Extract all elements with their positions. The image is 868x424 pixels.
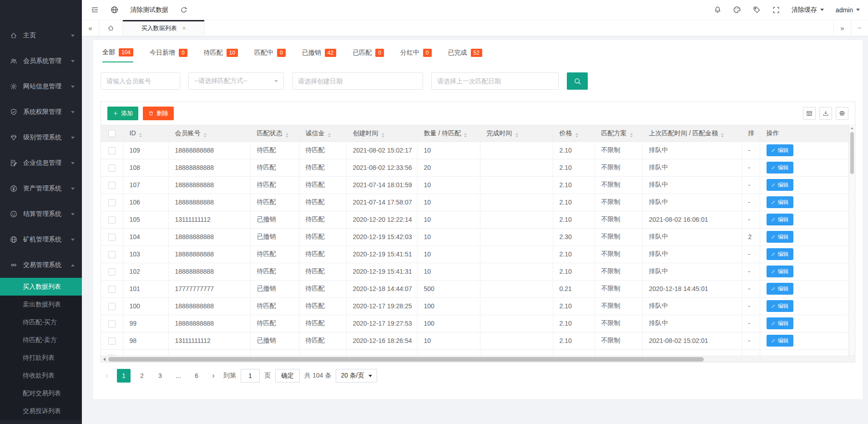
page-size-select[interactable]: 20 条/页: [336, 369, 377, 383]
edit-button[interactable]: 编辑: [767, 144, 793, 156]
add-button[interactable]: 添加: [107, 107, 138, 120]
column-header[interactable]: 匹配状态: [250, 125, 299, 142]
sidebar-item[interactable]: 主页: [0, 23, 82, 48]
previous-page-button[interactable]: ‹: [101, 372, 112, 380]
vertical-scrollbar[interactable]: [849, 125, 855, 356]
sidebar-subitem[interactable]: 待打款列表: [0, 349, 82, 367]
tabs-scroll-left-button[interactable]: «: [82, 20, 99, 36]
user-dropdown[interactable]: admin: [836, 6, 860, 14]
edit-button[interactable]: 编辑: [767, 214, 793, 225]
edit-button[interactable]: 编辑: [767, 162, 793, 174]
sort-carets-icon[interactable]: [515, 133, 518, 138]
filter-tab[interactable]: 已完成52: [448, 48, 482, 62]
sort-carets-icon[interactable]: [382, 133, 384, 138]
column-header[interactable]: 会员账号: [168, 125, 250, 142]
row-checkbox[interactable]: [108, 147, 116, 154]
column-header[interactable]: 上次匹配时间 / 匹配金额: [642, 125, 742, 142]
row-checkbox[interactable]: [108, 337, 116, 345]
edit-button[interactable]: 编辑: [767, 266, 793, 277]
edit-button[interactable]: 编辑: [767, 317, 793, 329]
refresh-icon[interactable]: [180, 6, 187, 14]
sidebar-item[interactable]: 企业信息管理: [0, 150, 82, 176]
column-header[interactable]: 创建时间: [346, 125, 417, 142]
match-type-select[interactable]: --请选择匹配方式--: [188, 72, 284, 90]
column-header[interactable]: 价格: [553, 125, 595, 142]
filter-tab[interactable]: 已撤销42: [302, 48, 336, 62]
page-number-button[interactable]: 2: [135, 369, 149, 383]
filter-tab[interactable]: 今日新增0: [150, 48, 187, 62]
sidebar-item[interactable]: 网站信息管理: [0, 74, 82, 99]
filter-tab[interactable]: 分红中0: [400, 48, 432, 62]
filter-tab[interactable]: 待匹配10: [204, 48, 238, 62]
column-header[interactable]: 数量 / 待匹配: [417, 125, 480, 142]
row-checkbox[interactable]: [108, 164, 116, 172]
sidebar-item[interactable]: 级别管理系统: [0, 125, 82, 150]
row-checkbox[interactable]: [108, 182, 116, 189]
row-checkbox[interactable]: [108, 320, 116, 327]
sort-carets-icon[interactable]: [630, 133, 633, 138]
column-header[interactable]: 完成时间: [480, 125, 553, 142]
print-button[interactable]: [836, 107, 848, 120]
sort-carets-icon[interactable]: [286, 133, 288, 138]
confirm-button[interactable]: 确定: [275, 369, 300, 383]
tag-icon[interactable]: [753, 6, 761, 14]
select-all-checkbox[interactable]: [108, 130, 116, 137]
edit-button[interactable]: 编辑: [767, 248, 793, 260]
sidebar-subitem[interactable]: 买入数据列表: [0, 278, 82, 296]
filter-tab[interactable]: 已匹配0: [353, 48, 384, 62]
sidebar-item[interactable]: 交易管理系统: [0, 252, 82, 278]
sort-carets-icon[interactable]: [575, 133, 578, 138]
sort-carets-icon[interactable]: [204, 133, 207, 138]
edit-button[interactable]: 编辑: [767, 300, 793, 312]
collapse-icon[interactable]: [91, 6, 99, 14]
edit-button[interactable]: 编辑: [767, 335, 793, 347]
goto-page-input[interactable]: [241, 369, 260, 383]
scroll-up-arrow-icon[interactable]: [851, 128, 853, 129]
sidebar-item[interactable]: 会员系统管理: [0, 48, 82, 74]
tab-buy-data-list[interactable]: 买入数据列表 ×: [123, 20, 205, 36]
export-button[interactable]: [819, 107, 832, 120]
clear-test-data-button[interactable]: 清除测试数据: [130, 6, 168, 14]
last-match-date-input[interactable]: [431, 72, 559, 90]
row-checkbox[interactable]: [108, 234, 116, 241]
vertical-scrollbar-thumb[interactable]: [850, 132, 854, 174]
sidebar-subitem[interactable]: 交易投诉列表: [0, 402, 82, 420]
horizontal-scrollbar-thumb[interactable]: [108, 357, 704, 362]
edit-button[interactable]: 编辑: [767, 196, 793, 208]
column-header[interactable]: 匹配方案: [595, 125, 642, 142]
sort-carets-icon[interactable]: [721, 133, 724, 138]
close-icon[interactable]: ×: [182, 25, 186, 32]
bell-icon[interactable]: [714, 6, 722, 14]
account-input[interactable]: [101, 72, 180, 90]
sort-carets-icon[interactable]: [139, 133, 142, 138]
sidebar-subitem[interactable]: 待匹配-买方: [0, 313, 82, 331]
tabs-menu-button[interactable]: [851, 20, 868, 36]
sidebar-subitem[interactable]: 卖出数据列表: [0, 296, 82, 313]
filter-tab[interactable]: 匹配中0: [254, 48, 286, 62]
columns-button[interactable]: [803, 107, 816, 120]
row-checkbox[interactable]: [108, 355, 116, 356]
sidebar-item[interactable]: 结算管理系统: [0, 201, 82, 227]
globe-icon[interactable]: [111, 6, 118, 14]
edit-button[interactable]: 编辑: [767, 283, 793, 295]
sort-carets-icon[interactable]: [464, 133, 467, 138]
scroll-left-arrow-icon[interactable]: [101, 358, 107, 361]
page-number-button[interactable]: 6: [190, 369, 203, 383]
row-checkbox[interactable]: [108, 268, 116, 276]
sidebar-subitem[interactable]: 待收款列表: [0, 367, 82, 384]
edit-button[interactable]: 编辑: [767, 231, 793, 243]
row-checkbox[interactable]: [108, 286, 116, 293]
delete-button[interactable]: 删除: [143, 107, 174, 120]
fullscreen-icon[interactable]: [772, 6, 780, 14]
next-page-button[interactable]: ›: [208, 372, 219, 380]
filter-tab[interactable]: 全部104: [102, 48, 133, 62]
tab-home[interactable]: [99, 20, 123, 36]
horizontal-scrollbar[interactable]: [101, 356, 855, 362]
column-header[interactable]: 诚信金: [299, 125, 346, 142]
sort-carets-icon[interactable]: [328, 133, 331, 138]
sidebar-subitem[interactable]: 配对交易列表: [0, 384, 82, 402]
page-number-button[interactable]: 1: [117, 369, 131, 383]
created-date-input[interactable]: [292, 72, 423, 90]
edit-button[interactable]: 编辑: [767, 179, 793, 191]
sidebar-subitem[interactable]: 待匹配-卖方: [0, 331, 82, 349]
